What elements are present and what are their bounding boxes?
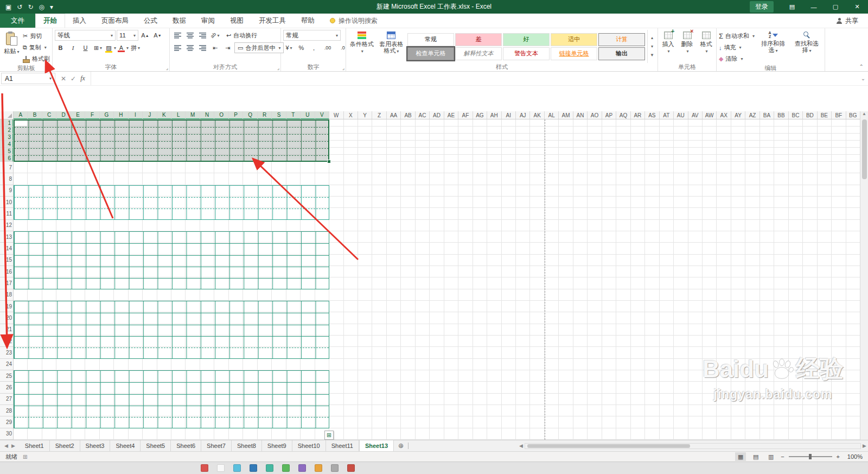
- login-button[interactable]: 登录: [750, 1, 774, 12]
- name-box[interactable]: A1▾: [1, 73, 55, 84]
- font-dialog-launcher[interactable]: ⌟: [166, 66, 168, 70]
- taskbar-app-icon[interactable]: [282, 464, 290, 472]
- scroll-up-icon[interactable]: ▲: [862, 111, 866, 116]
- align-right-button[interactable]: [197, 42, 208, 53]
- view-page-layout-button[interactable]: ▤: [750, 452, 761, 461]
- column-header-F[interactable]: F: [85, 111, 99, 119]
- column-header-BF[interactable]: BF: [832, 111, 846, 119]
- column-header-V[interactable]: V: [315, 111, 329, 119]
- sheet-tab-sheet8[interactable]: Sheet8: [232, 440, 262, 451]
- column-header-R[interactable]: R: [258, 111, 272, 119]
- taskbar-app-icon[interactable]: [233, 464, 241, 472]
- column-header-P[interactable]: P: [229, 111, 243, 119]
- horizontal-scrollbar[interactable]: ◀ ▶: [519, 441, 866, 450]
- comma-style-button[interactable]: ,: [308, 42, 320, 53]
- ribbon-tab-insert[interactable]: 插入: [65, 14, 94, 28]
- delete-cells-button[interactable]: 删除▾: [679, 30, 695, 63]
- sheet-tab-sheet11[interactable]: Sheet11: [326, 440, 359, 451]
- close-button[interactable]: ✕: [846, 0, 868, 14]
- column-header-AR[interactable]: AR: [631, 111, 645, 119]
- phonetic-button[interactable]: 拼▾: [130, 42, 141, 53]
- column-header-Y[interactable]: Y: [358, 111, 372, 119]
- ribbon-tab-file[interactable]: 文件: [0, 14, 35, 28]
- column-header-Q[interactable]: Q: [243, 111, 257, 119]
- column-header-AJ[interactable]: AJ: [516, 111, 530, 119]
- new-sheet-button[interactable]: ⊕: [394, 440, 408, 451]
- font-name-select[interactable]: 等线▾: [55, 30, 116, 41]
- next-sheet-icon[interactable]: ▶: [11, 443, 15, 448]
- percent-style-button[interactable]: %: [296, 42, 307, 53]
- column-header-B[interactable]: B: [28, 111, 42, 119]
- sheet-tab-sheet4[interactable]: Sheet4: [110, 440, 141, 451]
- align-center-button[interactable]: [184, 42, 196, 53]
- column-header-AM[interactable]: AM: [559, 111, 573, 119]
- row-header-16[interactable]: 16: [0, 266, 14, 277]
- row-header-21[interactable]: 21: [0, 324, 14, 336]
- row-header-12[interactable]: 12: [0, 220, 14, 231]
- zoom-level[interactable]: 100%: [844, 453, 863, 460]
- scroll-right-icon[interactable]: ▶: [863, 443, 866, 448]
- column-header-AI[interactable]: AI: [502, 111, 516, 119]
- save-icon[interactable]: ▣: [5, 3, 11, 11]
- font-color-button[interactable]: A▾: [117, 42, 129, 53]
- column-header-BG[interactable]: BG: [846, 111, 860, 119]
- enter-check-icon[interactable]: ✓: [71, 75, 76, 83]
- row-header-20[interactable]: 20: [0, 312, 14, 324]
- sheet-tab-sheet6[interactable]: Sheet6: [171, 440, 201, 451]
- row-header-17[interactable]: 17: [0, 277, 14, 289]
- sheet-tab-sheet9[interactable]: Sheet9: [262, 440, 292, 451]
- format-cells-button[interactable]: 格式▾: [698, 30, 714, 63]
- row-header-4[interactable]: 4: [0, 141, 14, 148]
- underline-button[interactable]: U: [80, 42, 91, 53]
- row-header-6[interactable]: 6: [0, 155, 14, 162]
- column-header-G[interactable]: G: [100, 111, 114, 119]
- column-header-X[interactable]: X: [344, 111, 358, 119]
- alignment-dialog-launcher[interactable]: ⌟: [277, 66, 279, 70]
- row-header-11[interactable]: 11: [0, 208, 14, 219]
- vertical-scroll-thumb[interactable]: [862, 119, 867, 179]
- row-header-3[interactable]: 3: [0, 134, 14, 141]
- italic-button[interactable]: I: [67, 42, 79, 53]
- taskbar-app-icon[interactable]: [298, 464, 306, 472]
- customize-qat-icon[interactable]: ▾: [50, 3, 53, 11]
- sheet-tab-sheet5[interactable]: Sheet5: [141, 440, 171, 451]
- column-header-AD[interactable]: AD: [430, 111, 444, 119]
- row-header-26[interactable]: 26: [0, 382, 14, 393]
- column-header-E[interactable]: E: [71, 111, 85, 119]
- column-header-BB[interactable]: BB: [774, 111, 788, 119]
- scroll-left-icon[interactable]: ◀: [519, 443, 523, 448]
- column-header-AB[interactable]: AB: [401, 111, 415, 119]
- column-header-AE[interactable]: AE: [444, 111, 458, 119]
- formula-input[interactable]: [91, 72, 858, 85]
- column-header-AO[interactable]: AO: [588, 111, 602, 119]
- formula-bar-expand-icon[interactable]: ⌄: [858, 72, 868, 85]
- bold-button[interactable]: B: [55, 42, 66, 53]
- row-header-1[interactable]: 1: [0, 119, 14, 127]
- ribbon-tab-home[interactable]: 开始: [35, 14, 65, 28]
- row-header-9[interactable]: 9: [0, 185, 14, 197]
- select-all-corner[interactable]: [0, 111, 14, 119]
- column-header-H[interactable]: H: [114, 111, 128, 119]
- column-header-A[interactable]: A: [14, 111, 28, 119]
- column-header-K[interactable]: K: [157, 111, 171, 119]
- bottom-align-button[interactable]: [197, 30, 208, 41]
- view-normal-button[interactable]: ▦: [735, 452, 746, 461]
- gallery-more-button[interactable]: ▼: [649, 52, 655, 59]
- undo-icon[interactable]: ↺: [17, 3, 22, 11]
- taskbar-app-icon[interactable]: [266, 464, 273, 472]
- taskbar-app-icon[interactable]: [201, 464, 208, 472]
- ribbon-tab-formulas[interactable]: 公式: [136, 14, 165, 28]
- cell-style-output[interactable]: 输出: [598, 47, 645, 60]
- ribbon-tab-view[interactable]: 视图: [222, 14, 251, 28]
- taskbar-app-icon[interactable]: [347, 464, 355, 472]
- cell-style-calculation[interactable]: 计算: [598, 33, 645, 46]
- touch-mode-icon[interactable]: ◎: [39, 3, 44, 11]
- column-header-W[interactable]: W: [329, 111, 343, 119]
- column-header-BA[interactable]: BA: [760, 111, 774, 119]
- maximize-button[interactable]: ▢: [825, 0, 846, 14]
- number-format-select[interactable]: 常规▾: [283, 30, 341, 41]
- column-header-T[interactable]: T: [286, 111, 301, 119]
- row-header-24[interactable]: 24: [0, 359, 14, 370]
- top-align-button[interactable]: [172, 30, 183, 41]
- column-header-O[interactable]: O: [214, 111, 228, 119]
